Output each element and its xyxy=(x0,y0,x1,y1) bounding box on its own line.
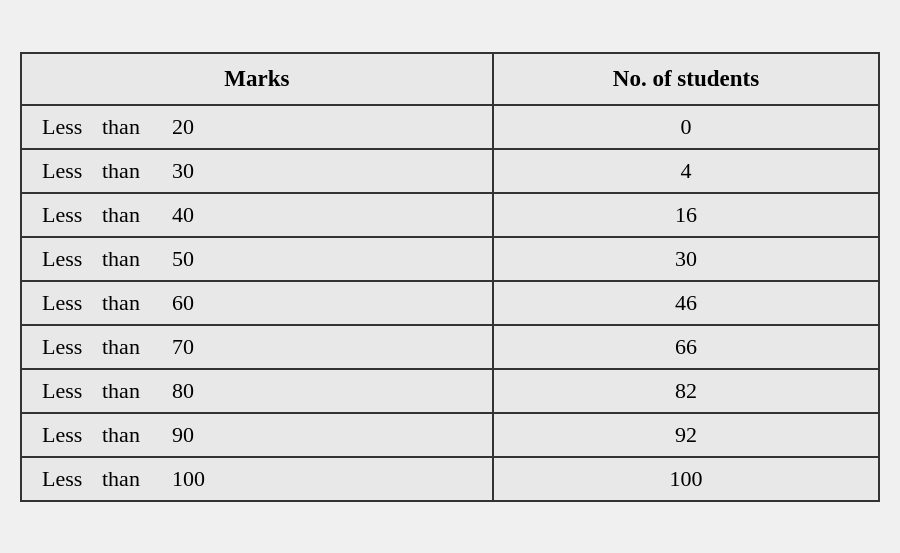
marks-less-label: Less xyxy=(42,246,102,272)
marks-value: 30 xyxy=(172,158,222,184)
marks-cell: Lessthan50 xyxy=(21,237,493,281)
marks-less-label: Less xyxy=(42,202,102,228)
table-row: Lessthan100100 xyxy=(21,457,879,501)
marks-cell: Lessthan60 xyxy=(21,281,493,325)
marks-less-label: Less xyxy=(42,290,102,316)
marks-value: 60 xyxy=(172,290,222,316)
marks-than-label: than xyxy=(102,466,172,492)
marks-cell: Lessthan90 xyxy=(21,413,493,457)
data-table: Marks No. of students Lessthan200Lesstha… xyxy=(20,52,880,502)
marks-value: 90 xyxy=(172,422,222,448)
student-count: 0 xyxy=(493,105,879,149)
table-row: Lessthan8082 xyxy=(21,369,879,413)
marks-less-label: Less xyxy=(42,422,102,448)
marks-than-label: than xyxy=(102,422,172,448)
marks-less-label: Less xyxy=(42,466,102,492)
marks-value: 40 xyxy=(172,202,222,228)
marks-value: 100 xyxy=(172,466,222,492)
marks-header: Marks xyxy=(21,53,493,105)
student-count: 66 xyxy=(493,325,879,369)
marks-than-label: than xyxy=(102,378,172,404)
marks-than-label: than xyxy=(102,290,172,316)
marks-than-label: than xyxy=(102,114,172,140)
marks-less-label: Less xyxy=(42,378,102,404)
marks-cell: Lessthan40 xyxy=(21,193,493,237)
marks-cell: Lessthan70 xyxy=(21,325,493,369)
table-row: Lessthan4016 xyxy=(21,193,879,237)
marks-than-label: than xyxy=(102,246,172,272)
marks-value: 20 xyxy=(172,114,222,140)
table-row: Lessthan5030 xyxy=(21,237,879,281)
student-count: 4 xyxy=(493,149,879,193)
table-row: Lessthan6046 xyxy=(21,281,879,325)
marks-cell: Lessthan80 xyxy=(21,369,493,413)
marks-cell: Lessthan20 xyxy=(21,105,493,149)
table-row: Lessthan7066 xyxy=(21,325,879,369)
marks-less-label: Less xyxy=(42,158,102,184)
marks-value: 50 xyxy=(172,246,222,272)
student-count: 92 xyxy=(493,413,879,457)
students-header: No. of students xyxy=(493,53,879,105)
table-row: Lessthan9092 xyxy=(21,413,879,457)
student-count: 100 xyxy=(493,457,879,501)
marks-cell: Lessthan100 xyxy=(21,457,493,501)
student-count: 46 xyxy=(493,281,879,325)
student-count: 16 xyxy=(493,193,879,237)
marks-cell: Lessthan30 xyxy=(21,149,493,193)
marks-than-label: than xyxy=(102,334,172,360)
table-container: Marks No. of students Lessthan200Lesstha… xyxy=(20,52,880,502)
marks-than-label: than xyxy=(102,202,172,228)
marks-value: 80 xyxy=(172,378,222,404)
header-row: Marks No. of students xyxy=(21,53,879,105)
marks-less-label: Less xyxy=(42,334,102,360)
student-count: 30 xyxy=(493,237,879,281)
table-row: Lessthan304 xyxy=(21,149,879,193)
table-row: Lessthan200 xyxy=(21,105,879,149)
marks-value: 70 xyxy=(172,334,222,360)
student-count: 82 xyxy=(493,369,879,413)
marks-than-label: than xyxy=(102,158,172,184)
marks-less-label: Less xyxy=(42,114,102,140)
